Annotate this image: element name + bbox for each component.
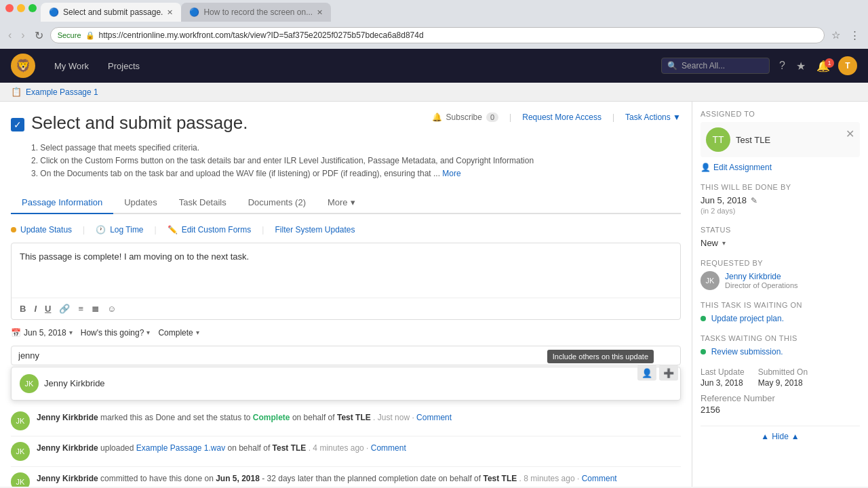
submitted-on-meta: Submitted On May 9, 2018 [758, 367, 808, 388]
comment-date-picker[interactable]: 📅 Jun 5, 2018 ▾ [11, 328, 73, 338]
tasks-waiting-label: Tasks waiting on this [701, 334, 860, 342]
refresh-button[interactable]: ↻ [32, 26, 46, 45]
activity-avatar-1: JK [11, 411, 30, 430]
mention-item-jenny[interactable]: JK Jenny Kirkbride [12, 370, 680, 397]
comment-link-1[interactable]: Comment [416, 413, 452, 422]
filter-updates-btn[interactable]: Filter System Updates [275, 225, 355, 235]
activity-feed: JK Jenny Kirkbride marked this as Done a… [11, 406, 681, 487]
underline-btn[interactable]: U [42, 302, 54, 315]
task-title-group: ✓ Select and submit passage. [11, 113, 248, 134]
assigned-avatar: TT [706, 127, 730, 152]
tab-more[interactable]: More ▾ [317, 192, 366, 214]
ordered-list-btn[interactable]: ≣ [89, 302, 102, 315]
up-arrow-icon-2: ▲ [791, 432, 800, 441]
requester-role: Director of Operations [725, 281, 798, 289]
bookmark-btn[interactable]: ☆ [829, 26, 843, 44]
mention-send-btn[interactable]: 👤 [637, 365, 656, 381]
activity-text-3: Jenny Kirkbride committed to have this d… [37, 472, 681, 485]
how-going-arrow: ▾ [146, 329, 150, 336]
tab-documents[interactable]: Documents (2) [237, 192, 317, 214]
tasks-waiting-link-1[interactable]: Review submission. [711, 347, 783, 357]
comment-status-select[interactable]: Complete ▾ [158, 328, 199, 338]
search-box[interactable]: 🔍 Search All... [661, 58, 770, 74]
comment-text-area[interactable]: This passage is complete! I am moving on… [12, 243, 680, 298]
inactive-tab[interactable]: 🔵 How to record the screen on... ✕ [181, 3, 331, 22]
comment-link-2[interactable]: Comment [371, 443, 406, 453]
tab-passage-information[interactable]: Passage Information [11, 192, 113, 214]
forward-button[interactable]: › [18, 26, 27, 44]
status-dropdown[interactable]: New ▾ [701, 238, 860, 248]
tab-title: Select and submit passage. [63, 7, 163, 17]
status-section: Status New ▾ [701, 226, 860, 248]
waiting-on-label: This task is waiting on [701, 301, 860, 309]
edit-icon: ✏️ [167, 225, 178, 235]
submitted-on-value: May 9, 2018 [758, 378, 808, 388]
tab-updates[interactable]: Updates [113, 192, 167, 214]
breadcrumb: 📋 Example Passage 1 [0, 83, 868, 102]
bold-btn[interactable]: B [17, 302, 28, 315]
italic-btn[interactable]: I [31, 302, 39, 315]
comment-link-3[interactable]: Comment [582, 474, 617, 483]
app-logo[interactable]: 🦁 [11, 54, 35, 78]
edit-icon-small: 👤 [701, 163, 711, 172]
subscribe-button[interactable]: 🔔 Subscribe 0 [432, 113, 499, 122]
mention-container: JK Jenny Kirkbride Include others on thi… [11, 346, 681, 401]
sidebar-meta: Last Update Jun 3, 2018 Submitted On May… [701, 367, 860, 388]
reference-value: 2156 [701, 405, 860, 415]
file-link-1[interactable]: Example Passage 1.wav [136, 443, 225, 453]
requester-name[interactable]: Jenny Kirkbride [725, 272, 798, 281]
nav-my-work[interactable]: My Work [46, 56, 97, 77]
activity-text-1: Jenny Kirkbride marked this as Done and … [37, 411, 681, 424]
tab2-close-btn[interactable]: ✕ [317, 8, 323, 17]
tab2-favicon: 🔵 [189, 7, 199, 17]
mention-add-btn[interactable]: ➕ [659, 365, 678, 381]
task-description: 1. Select passage that meets specified c… [31, 142, 681, 181]
user-avatar[interactable]: T [838, 56, 857, 75]
comment-how-going[interactable]: How's this going? ▾ [81, 328, 151, 338]
tab-task-details[interactable]: Task Details [168, 192, 237, 214]
active-tab[interactable]: 🔵 Select and submit passage. ✕ [41, 3, 181, 22]
waiting-link-1[interactable]: Update project plan. [711, 314, 784, 323]
emoji-btn[interactable]: ☺ [104, 302, 119, 315]
request-more-access-link[interactable]: Request More Access [522, 113, 601, 122]
breadcrumb-link[interactable]: Example Passage 1 [26, 87, 98, 97]
task-checkbox[interactable]: ✓ [11, 118, 24, 131]
task-actions: 🔔 Subscribe 0 | Request More Access | Ta… [432, 113, 681, 122]
nav-projects[interactable]: Projects [100, 56, 148, 77]
tab-close-btn[interactable]: ✕ [167, 8, 173, 17]
up-arrow-icon: ▲ [761, 432, 769, 441]
task-actions-dropdown[interactable]: Task Actions ▼ [625, 113, 681, 122]
description-line-3: 3. On the Documents tab on the task bar … [31, 167, 681, 180]
menu-btn[interactable]: ⋮ [847, 26, 863, 44]
header-icons: ? ★ 🔔 1 T [776, 56, 857, 75]
assigned-close-btn[interactable]: ✕ [846, 127, 854, 140]
address-bar[interactable]: Secure 🔒 https://centrionline.my.workfro… [50, 27, 825, 43]
sidebar: Assigned To TT Test TLE ✕ 👤 Edit Assignm… [692, 102, 868, 487]
link-btn[interactable]: 🔗 [56, 302, 73, 315]
tabs-bar: Passage Information Updates Task Details… [11, 192, 681, 214]
reference-section: Reference Number 2156 [701, 393, 860, 415]
tasks-waiting-section: Tasks waiting on this Review submission. [701, 334, 860, 357]
hide-button[interactable]: ▲ Hide ▲ [701, 426, 860, 441]
help-icon[interactable]: ? [776, 57, 788, 75]
bell-icon: 🔔 [432, 113, 442, 122]
update-toolbar: Update Status | 🕐 Log Time | ✏️ Edit Cus… [11, 225, 681, 235]
reference-label: Reference Number [701, 393, 860, 403]
chevron-down-icon: ▾ [351, 197, 355, 207]
log-time-btn[interactable]: 🕐 Log Time [96, 225, 143, 235]
last-update-meta: Last Update Jun 3, 2018 [701, 367, 745, 388]
tasks-waiting-dot [701, 349, 706, 354]
activity-item-2: JK Jenny Kirkbride uploaded Example Pass… [11, 436, 681, 467]
favorites-icon[interactable]: ★ [793, 57, 808, 75]
assigned-name: Test TLE [736, 135, 770, 145]
update-status-btn[interactable]: Update Status [11, 225, 72, 235]
edit-custom-forms-btn[interactable]: ✏️ Edit Custom Forms [167, 225, 252, 235]
back-button[interactable]: ‹ [5, 26, 14, 44]
edit-assignment-btn[interactable]: 👤 Edit Assignment [701, 163, 860, 172]
unordered-list-btn[interactable]: ≡ [75, 302, 86, 315]
assigned-to-label: Assigned To [701, 110, 860, 118]
tasks-waiting-item-1: Review submission. [701, 346, 860, 357]
done-by-date[interactable]: Jun 5, 2018 ✎ [701, 195, 860, 205]
jenny-avatar: JK [20, 374, 39, 393]
show-more-link[interactable]: More [442, 169, 460, 178]
